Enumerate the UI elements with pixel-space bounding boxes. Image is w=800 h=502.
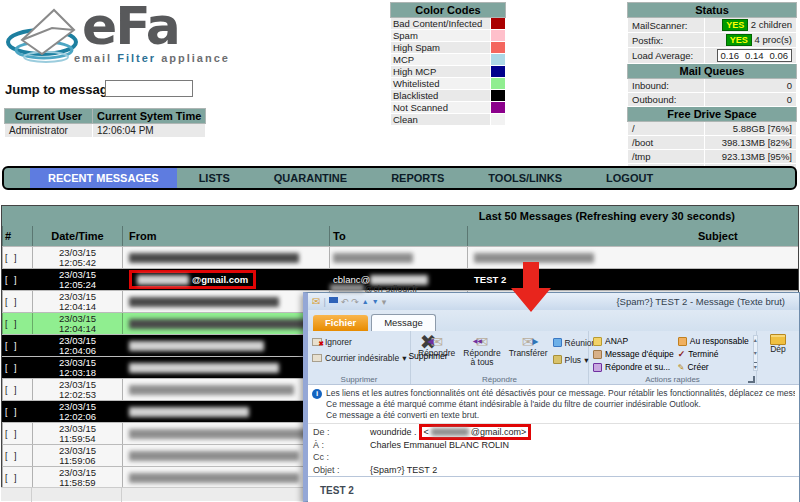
reply-delete-icon xyxy=(593,363,602,372)
redo-icon[interactable]: ↷ xyxy=(351,297,359,307)
color-code-label: High Spam xyxy=(391,42,491,54)
from-label: De : xyxy=(313,427,370,437)
color-code-row: Bad Content/Infected xyxy=(391,18,506,30)
col-header-from: From xyxy=(122,226,329,246)
outlook-titlebar[interactable]: ✉ | ↶ ↷ ▲ ▼ ▾ {Spam?} TEST 2 - Message (… xyxy=(308,293,799,310)
color-code-label: Bad Content/Infected xyxy=(391,18,491,30)
quick-action-create[interactable]: ✎Créer xyxy=(678,361,749,373)
tab-message[interactable]: Message xyxy=(371,314,436,331)
drive-path: / xyxy=(628,122,705,136)
current-time-value: 12:06:04 PM xyxy=(93,124,206,138)
ribbon-group-move: Dép xyxy=(757,331,799,384)
drive-value: 5.88GB [76%] xyxy=(704,122,796,136)
inbound-queue-value: 0 xyxy=(704,79,796,93)
load-average-values: 0.16 0.14 0.06 xyxy=(704,48,796,64)
color-code-row: MCP xyxy=(391,54,506,66)
color-code-swatch xyxy=(491,18,506,30)
next-item-icon[interactable]: ▼ xyxy=(372,298,379,305)
row-checkbox[interactable]: [ ] xyxy=(5,385,19,395)
quick-action-team-message[interactable]: Message d'équipe xyxy=(593,348,674,360)
jump-input[interactable] xyxy=(105,80,193,97)
col-header-subject: Subject xyxy=(467,226,798,246)
subject-visible: TEST 2 xyxy=(474,274,506,285)
color-code-row: Clean xyxy=(391,114,506,126)
reply-button[interactable]: ✉◀ Répondre xyxy=(415,333,458,359)
ribbon-group-delete: ✖ Ignorer Courrier indésirable ▾ ✖ Suppr… xyxy=(308,331,411,384)
logo-wordmark: eFa xyxy=(82,0,179,56)
row-from xyxy=(122,335,329,356)
warning-line-2: Ce message a été marqué comme étant indé… xyxy=(326,399,795,410)
message-body[interactable]: TEST 2 xyxy=(308,476,799,502)
redacted-text xyxy=(129,297,279,307)
mailscanner-yes-badge: YES xyxy=(722,19,748,31)
row-checkbox[interactable]: [ ] xyxy=(5,319,19,329)
row-checkbox[interactable]: [ ] xyxy=(5,275,19,285)
free-drive-title: Free Drive Space xyxy=(628,107,797,122)
color-code-swatch xyxy=(491,114,506,126)
subject-label: Objet : xyxy=(313,465,370,475)
tagline-filter: Filter xyxy=(117,52,156,64)
move-button[interactable]: Dép xyxy=(761,333,795,355)
redacted-text xyxy=(129,451,299,461)
message-header-fields: De : woundride . < @gmail.com> À : Charl… xyxy=(308,424,799,476)
quick-action-done[interactable]: ✓Terminé xyxy=(678,348,749,360)
nav-reports[interactable]: REPORTS xyxy=(369,168,466,188)
redacted-text xyxy=(129,341,264,351)
quick-action-anap[interactable]: ANAP xyxy=(593,335,674,347)
team-message-icon xyxy=(593,350,602,359)
forward-button[interactable]: ✉▶ Transférer xyxy=(506,333,551,359)
col-header-datetime: Date/Time xyxy=(32,226,122,246)
cc-label: Cc : xyxy=(313,452,370,462)
outbound-queue-link[interactable]: Outbound: xyxy=(628,93,705,107)
quick-action-to-manager[interactable]: Au responsable xyxy=(678,335,749,347)
junk-mail-button[interactable]: Courrier indésirable ▾ xyxy=(312,351,406,364)
nav-recent-messages[interactable]: RECENT MESSAGES xyxy=(30,168,177,188)
row-checkbox[interactable]: [ ] xyxy=(5,473,19,483)
redacted-text xyxy=(129,253,299,263)
row-from xyxy=(122,423,329,444)
load-average-label: Load Average: xyxy=(628,48,705,64)
jump-to-message: Jump to message: xyxy=(5,82,119,97)
tab-fichier[interactable]: Fichier xyxy=(313,315,368,331)
ribbon-tabs: Fichier Message xyxy=(308,310,799,331)
row-datetime: 23/03/1512:02:06 xyxy=(59,402,96,422)
customize-qat-icon[interactable]: ▾ xyxy=(382,297,387,307)
inbound-queue-link[interactable]: Inbound: xyxy=(628,79,705,93)
row-checkbox[interactable]: [ ] xyxy=(5,341,19,351)
undo-icon[interactable]: ↶ xyxy=(341,297,349,307)
message-row-clean[interactable]: [ ]23/03/1512:05:42 xyxy=(2,246,798,268)
row-checkbox[interactable]: [ ] xyxy=(5,429,19,439)
outlook-message-window: ✉ | ↶ ↷ ▲ ▼ ▾ {Spam?} TEST 2 - Message (… xyxy=(303,292,800,502)
save-icon[interactable] xyxy=(329,297,338,306)
row-checkbox[interactable]: [ ] xyxy=(5,363,19,373)
jump-label: Jump to message: xyxy=(5,82,119,97)
row-datetime: 23/03/1512:05:24 xyxy=(59,270,96,290)
qat-separator: | xyxy=(323,297,325,307)
color-code-label: MCP xyxy=(391,54,491,66)
row-from xyxy=(122,357,329,378)
nav-lists[interactable]: LISTS xyxy=(177,168,252,188)
row-checkbox[interactable]: [ ] xyxy=(5,253,19,263)
load-1: 0.16 xyxy=(718,50,743,61)
nav-tools-links[interactable]: TOOLS/LINKS xyxy=(466,168,584,188)
quick-actions-dialog-launcher-icon[interactable] xyxy=(748,376,755,383)
row-datetime: 23/03/1511:58:59 xyxy=(59,468,96,488)
main-nav: RECENT MESSAGES LISTS QUARANTINE REPORTS… xyxy=(2,166,797,190)
from-domain-visible: @gmail.com xyxy=(192,274,248,285)
postfix-yes-badge: YES xyxy=(726,34,752,46)
ignore-button[interactable]: ✖ Ignorer xyxy=(312,335,406,348)
drive-value: 923.13MB [95%] xyxy=(704,150,796,164)
nav-logout[interactable]: LOGOUT xyxy=(584,168,675,188)
reply-all-button[interactable]: ✉◀◀ Répondre à tous xyxy=(460,333,503,368)
previous-item-icon[interactable]: ▲ xyxy=(362,298,369,305)
create-icon: ✎ xyxy=(678,363,685,372)
row-checkbox[interactable]: [ ] xyxy=(5,297,19,307)
load-15: 0.06 xyxy=(767,50,792,61)
row-checkbox[interactable]: [ ] xyxy=(5,407,19,417)
reply-all-icon: ✉◀◀ xyxy=(476,334,489,349)
redacted-text xyxy=(129,385,294,395)
nav-quarantine[interactable]: QUARANTINE xyxy=(252,168,369,188)
messages-table-header: # Date/Time From To Subject xyxy=(2,226,798,246)
quick-action-reply-delete[interactable]: Répondre et su... xyxy=(593,361,674,373)
row-checkbox[interactable]: [ ] xyxy=(5,451,19,461)
